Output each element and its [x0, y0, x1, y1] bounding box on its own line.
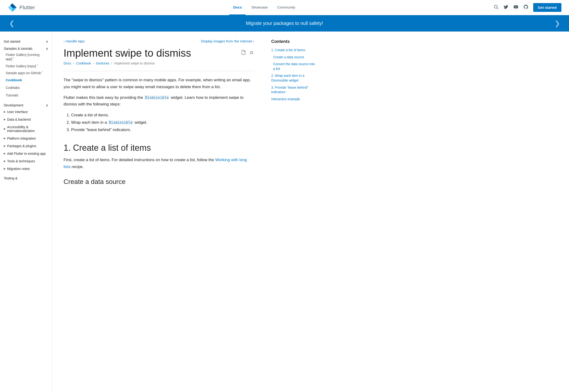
nav-docs[interactable]: Docs: [229, 0, 246, 15]
flutter-logo[interactable]: Flutter: [8, 3, 35, 12]
expand-icon: ▶: [4, 160, 6, 162]
sidebar-item-tools-techniques[interactable]: ▶ Tools & techniques: [0, 157, 52, 165]
toc-item-1[interactable]: 1. Create a list of items: [271, 48, 317, 53]
step-1: Create a list of items.: [71, 112, 254, 119]
svg-line-4: [497, 8, 498, 9]
toc-item-convert-data-source[interactable]: Convert the data source into a list: [273, 62, 317, 71]
breadcrumb-gestures[interactable]: Gestures: [96, 61, 109, 65]
dismissible-code-inline-2: Dismissible: [108, 120, 133, 125]
sidebar-development-label: Development: [4, 103, 24, 107]
section1-p-after: recipe.: [71, 165, 84, 169]
dismissible-code-inline-1: Dismissible: [144, 95, 170, 100]
sidebar-item-flutter-gallery-running[interactable]: Flutter Gallery [running app]↗: [0, 51, 52, 62]
breadcrumb-sep-2: ›: [93, 61, 94, 65]
banner-text: Migrate your packages to null safety!: [19, 21, 550, 26]
expand-icon: ▶: [4, 167, 6, 170]
page-navigation: ‹ Handle taps Display images from the in…: [64, 39, 254, 43]
section-1-heading: 1. Create a list of items: [64, 143, 254, 153]
sidebar-development-arrow: ∧: [46, 103, 48, 107]
sidebar-item-cookbook[interactable]: Cookbook: [0, 76, 52, 84]
sidebar-item-sample-apps[interactable]: Sample apps on GitHub↗: [0, 69, 52, 76]
sidebar-item-tutorials[interactable]: Tutorials: [0, 91, 52, 99]
expand-icon: ▶: [4, 127, 6, 130]
search-icon[interactable]: [493, 4, 498, 11]
sidebar-item-accessibility[interactable]: ▶ Accessibility & internationalization: [0, 123, 52, 135]
sidebar-item-platform-integration[interactable]: ▶ Platform integration: [0, 135, 52, 142]
sidebar-section-development[interactable]: Development ∧: [0, 101, 52, 108]
next-page-link[interactable]: Display images from the internet ›: [201, 39, 254, 43]
breadcrumb-sep-3: ›: [111, 61, 112, 65]
toc-item-3[interactable]: 3. Provide "leave behind" indicators: [271, 85, 317, 95]
toc-item-create-data-source[interactable]: Create a data source: [273, 55, 317, 60]
breadcrumb-sep-1: ›: [73, 61, 74, 65]
github-icon[interactable]: [523, 4, 528, 11]
toc-title: Contents: [271, 39, 317, 44]
step-3: Provide "leave behind" indicators.: [71, 126, 254, 134]
svg-marker-2: [12, 8, 17, 12]
main-content: ‹ Handle taps Display images from the in…: [52, 31, 266, 392]
breadcrumb-docs[interactable]: Docs: [64, 61, 71, 65]
sidebar: Get started ∨ Samples & tutorials ∧ Flut…: [0, 31, 52, 392]
intro-paragraph-2: Flutter makes this task easy by providin…: [64, 94, 254, 108]
sidebar-get-started-label: Get started: [4, 40, 20, 43]
announcement-banner: ❮ Migrate your packages to null safety! …: [0, 15, 569, 31]
svg-point-5: [250, 52, 253, 54]
logo-text: Flutter: [19, 4, 35, 11]
toc-item-2[interactable]: 2. Wrap each item in a Dismissible widge…: [271, 73, 317, 83]
toc-item-interactive[interactable]: Interactive example: [271, 97, 317, 102]
sidebar-item-data-backend[interactable]: ▶ Data & backend: [0, 116, 52, 123]
nav-showcase[interactable]: Showcase: [247, 0, 271, 15]
sidebar-item-testing[interactable]: Testing &: [0, 174, 52, 182]
sidebar-samples-label: Samples & tutorials: [4, 47, 32, 51]
main-nav: Docs Showcase Community: [229, 0, 299, 15]
sidebar-item-user-interface[interactable]: ▶ User interface: [0, 108, 52, 116]
main-layout: Get started ∨ Samples & tutorials ∧ Flut…: [0, 31, 569, 392]
sidebar-samples-arrow: ∧: [46, 47, 48, 51]
svg-point-3: [494, 5, 497, 8]
page-title-row: Implement swipe to dismiss: [64, 47, 254, 59]
page-bug-icon[interactable]: [249, 50, 254, 56]
banner-prev-arrow[interactable]: ❮: [4, 19, 19, 27]
intro-p2-before: Flutter makes this task easy by providin…: [64, 95, 144, 100]
table-of-contents: Contents 1. Create a list of items Creat…: [266, 31, 322, 392]
steps-list: Create a list of items. Wrap each item i…: [71, 112, 254, 133]
section-2-heading: Create a data source: [64, 178, 254, 186]
expand-icon: ▶: [4, 118, 6, 121]
site-header: Flutter Docs Showcase Community Get star…: [0, 0, 569, 15]
sidebar-section-get-started[interactable]: Get started ∨: [0, 37, 52, 44]
sidebar-item-add-flutter[interactable]: ▶ Add Flutter to existing app: [0, 150, 52, 157]
page-file-icon[interactable]: [241, 50, 246, 56]
section-1-paragraph: First, create a list of items. For detai…: [64, 157, 254, 170]
breadcrumb-current: Implement swipe to dismiss: [114, 61, 155, 65]
twitter-icon[interactable]: [503, 4, 509, 11]
sidebar-item-flutter-gallery-repo[interactable]: Flutter Gallery [repo]↗: [0, 62, 52, 70]
breadcrumb-cookbook[interactable]: Cookbook: [76, 61, 91, 65]
intro-paragraph-1: The "swipe to dismiss" pattern is common…: [64, 77, 254, 91]
breadcrumb: Docs › Cookbook › Gestures › Implement s…: [64, 61, 254, 65]
step-2: Wrap each item in a Dismissible widget.: [71, 119, 254, 126]
sidebar-get-started-arrow: ∨: [46, 40, 48, 43]
expand-icon: ▶: [4, 137, 6, 140]
sidebar-item-codelabs[interactable]: Codelabs: [0, 84, 52, 91]
sidebar-section-samples[interactable]: Samples & tutorials ∧: [0, 44, 52, 51]
sidebar-item-packages-plugins[interactable]: ▶ Packages & plugins: [0, 142, 52, 150]
flutter-logo-icon: [8, 3, 17, 12]
expand-icon: ▶: [4, 145, 6, 147]
get-started-button[interactable]: Get started: [533, 3, 561, 12]
header-icons: Get started: [493, 3, 561, 12]
expand-icon: ▶: [4, 152, 6, 155]
expand-icon: ▶: [4, 111, 6, 113]
page-title-icons: [241, 47, 254, 56]
sidebar-item-migration-notes[interactable]: ▶ Migration notes: [0, 165, 52, 172]
page-title: Implement swipe to dismiss: [64, 47, 241, 59]
prev-page-link[interactable]: ‹ Handle taps: [64, 39, 85, 43]
header-left: Flutter: [8, 3, 35, 12]
banner-next-arrow[interactable]: ❯: [550, 19, 565, 27]
youtube-icon[interactable]: [513, 4, 518, 11]
section1-p-before: First, create a list of items. For detai…: [64, 158, 215, 162]
nav-community[interactable]: Community: [273, 0, 299, 15]
